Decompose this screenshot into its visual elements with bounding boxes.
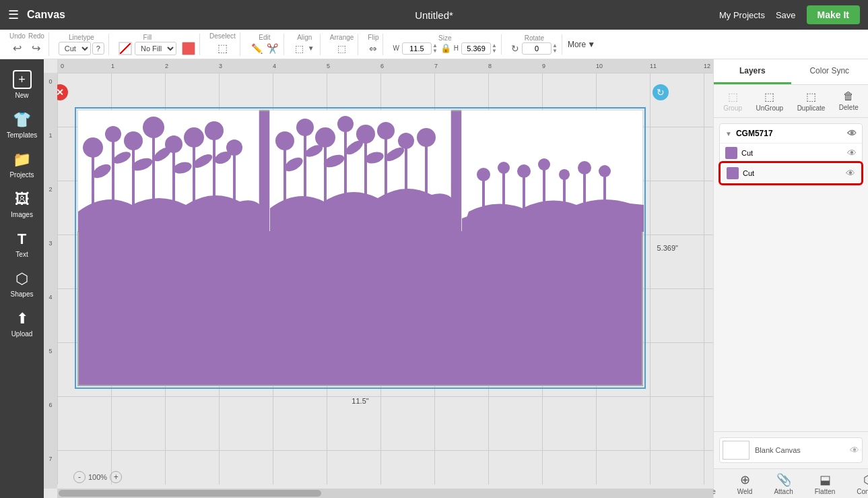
sidebar-item-upload[interactable]: ⬆ Upload <box>0 305 44 343</box>
undo-button[interactable]: ↩ <box>11 40 23 56</box>
svg-point-63 <box>398 133 414 149</box>
group-button[interactable]: ⬚ Group <box>723 90 742 112</box>
weld-button[interactable]: ⊕ Weld <box>732 471 758 497</box>
rotate-down-arrow[interactable]: ▼ <box>552 49 558 54</box>
width-size-label: 11.5" <box>352 397 368 405</box>
svg-text:7: 7 <box>48 456 52 462</box>
height-down-arrow[interactable]: ▼ <box>492 49 497 54</box>
attach-label: Attach <box>774 488 793 495</box>
contour-icon: ⬡ <box>863 472 868 487</box>
attach-button[interactable]: 📎 Attach <box>768 471 798 497</box>
new-label: New <box>15 92 28 99</box>
panel-tabs: Layers Color Sync <box>714 59 868 85</box>
line-color-swatch[interactable] <box>182 42 195 55</box>
images-label: Images <box>11 211 33 218</box>
svg-text:0: 0 <box>48 78 52 85</box>
sidebar-item-shapes[interactable]: ⬡ Shapes <box>0 265 44 303</box>
fill-color-swatch[interactable] <box>119 42 132 55</box>
sidebar-item-new[interactable]: + New <box>0 65 44 104</box>
flatten-button[interactable]: ⬓ Flatten <box>809 471 841 497</box>
edit-button-2[interactable]: ✂️ <box>265 42 279 55</box>
sidebar-item-projects[interactable]: 📁 Projects <box>0 146 44 184</box>
layer-item-0[interactable]: Cut 👁 <box>720 143 862 162</box>
images-icon: 🖼 <box>15 191 30 208</box>
delete-button[interactable]: 🗑 Delete <box>839 90 859 112</box>
svg-point-79 <box>498 162 510 174</box>
linetype-select[interactable]: Cut <box>59 42 91 55</box>
more-chevron-icon: ▼ <box>587 40 595 49</box>
design-object[interactable]: ✕ ↻ <box>77 110 643 386</box>
linetype-help-button[interactable]: ? <box>92 42 104 55</box>
edit-group: Edit ✏️ ✂️ <box>246 34 284 55</box>
blank-canvas-item[interactable]: Blank Canvas 👁 <box>719 437 863 463</box>
svg-point-45 <box>172 160 193 176</box>
canvas-area[interactable]: 0 1 2 3 4 5 6 7 8 9 10 11 12 13 0 1 <box>44 59 713 498</box>
svg-point-62 <box>377 122 395 139</box>
height-size-label: 5.369" <box>657 244 678 252</box>
upload-icon: ⬆ <box>16 310 28 328</box>
height-input[interactable] <box>461 42 491 55</box>
contour-button[interactable]: ⬡ Contour <box>851 471 868 497</box>
layer-group-eye[interactable]: 👁 <box>847 128 857 139</box>
more-label: More <box>568 40 586 49</box>
blank-canvas-section: Blank Canvas 👁 <box>714 431 868 468</box>
edit-button-1[interactable]: ✏️ <box>250 42 264 55</box>
svg-point-59 <box>315 127 335 148</box>
blank-canvas-thumbnail <box>723 441 749 460</box>
scrollbar-thumb[interactable] <box>59 490 321 497</box>
canvas-inner[interactable]: ✕ ↻ <box>57 73 713 485</box>
layer-item-1[interactable]: Cut 👁 <box>720 162 862 184</box>
lock-icon[interactable]: 🔒 <box>440 43 451 53</box>
weld-icon: ⊕ <box>740 472 750 487</box>
sidebar-item-text[interactable]: T Text <box>0 225 44 263</box>
align-button[interactable]: ⬚ <box>294 42 305 55</box>
projects-label: Projects <box>9 171 34 179</box>
redo-button[interactable]: ↪ <box>30 40 42 56</box>
save-button[interactable]: Save <box>776 10 796 20</box>
width-down-arrow[interactable]: ▼ <box>432 49 438 54</box>
svg-point-60 <box>337 116 354 132</box>
tab-color-sync[interactable]: Color Sync <box>791 59 869 84</box>
tab-layers[interactable]: Layers <box>714 59 791 84</box>
linetype-label: Linetype <box>69 34 94 41</box>
ungroup-label: UnGroup <box>756 104 784 112</box>
my-projects-button[interactable]: My Projects <box>719 10 765 20</box>
weld-label: Weld <box>737 488 753 495</box>
horizontal-scrollbar[interactable] <box>57 489 713 498</box>
svg-text:3: 3 <box>219 63 222 69</box>
more-button[interactable]: More ▼ <box>568 40 595 49</box>
width-input[interactable] <box>402 42 432 55</box>
app-title: Canvas <box>27 9 65 21</box>
align-button-2[interactable]: ▼ <box>306 42 316 55</box>
duplicate-button[interactable]: ⬚ Duplicate <box>797 90 826 112</box>
fill-select[interactable]: No Fill <box>135 42 176 55</box>
blank-canvas-eye-icon[interactable]: 👁 <box>850 445 859 456</box>
group-label: Group <box>723 104 742 112</box>
svg-text:3: 3 <box>48 240 52 247</box>
cutout-3 <box>461 110 643 231</box>
layer-group-header[interactable]: ▼ CGM5717 👁 <box>720 124 862 143</box>
bottom-tools-panel: ✂ Slice ⊕ Weld 📎 Attach ⬓ Flatten ⬡ Cont… <box>714 468 868 498</box>
svg-text:4: 4 <box>48 294 52 301</box>
layer-eye-0[interactable]: 👁 <box>847 148 857 158</box>
toolbar: Undo ↩ Redo ↪ Linetype Cut ? Fill No Fil… <box>0 30 868 59</box>
ungroup-button[interactable]: ⬚ UnGroup <box>756 90 784 112</box>
arrange-button[interactable]: ⬚ <box>336 42 347 55</box>
layer-eye-1[interactable]: 👁 <box>846 168 855 179</box>
left-sidebar: + New 👕 Templates 📁 Projects 🖼 Images T … <box>0 59 44 498</box>
sidebar-item-templates[interactable]: 👕 Templates <box>0 106 44 144</box>
make-it-button[interactable]: Make It <box>807 5 860 24</box>
refresh-handle[interactable]: ↻ <box>653 84 669 100</box>
hamburger-icon[interactable]: ☰ <box>8 7 19 22</box>
shapes-icon: ⬡ <box>15 270 28 288</box>
sidebar-item-images[interactable]: 🖼 Images <box>0 185 44 224</box>
rotate-input[interactable] <box>522 42 552 55</box>
svg-text:12: 12 <box>704 63 710 69</box>
zoom-in-button[interactable]: + <box>110 471 122 483</box>
svg-point-81 <box>538 158 550 170</box>
layer-group-chevron: ▼ <box>725 130 732 137</box>
rotate-spinbox: ▲ ▼ <box>522 42 558 55</box>
deselect-button[interactable]: ⬚ <box>216 40 229 56</box>
flip-button[interactable]: ⇔ <box>368 42 378 55</box>
zoom-out-button[interactable]: - <box>73 471 86 483</box>
